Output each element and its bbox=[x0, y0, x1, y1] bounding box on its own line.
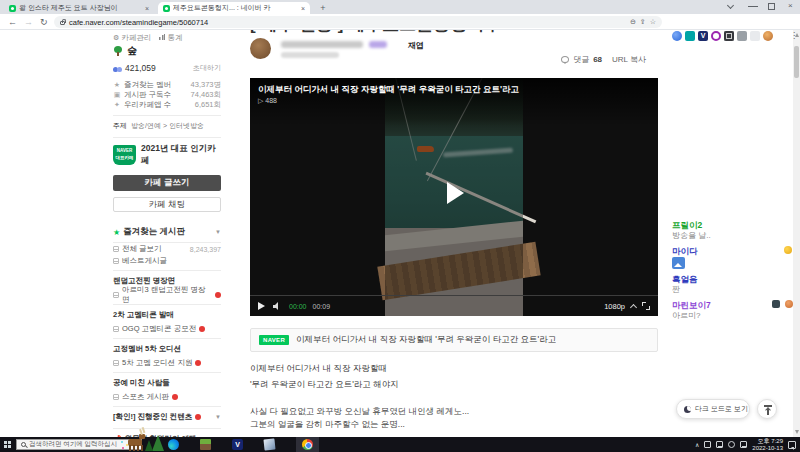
sidebar-item[interactable]: OGQ 고멤티콘 공모전 bbox=[113, 323, 221, 335]
browser-tabstrip: 왕 인스타 제주도 요트 사장님이 × 제주요트콘동형지... : 네이버 카 … bbox=[0, 0, 800, 14]
naver-logo-chip: NAVER bbox=[259, 335, 289, 345]
post-body: 이제부터 어디가서 내 직장 자랑할때 '무려 우왁굳이 타고간 요트'라고 해… bbox=[250, 360, 650, 431]
chat-nickname[interactable]: 흑얼음 bbox=[672, 274, 798, 284]
v-app-icon[interactable]: V bbox=[232, 439, 243, 450]
extension-icon[interactable] bbox=[685, 31, 695, 41]
author-name-blurred bbox=[281, 41, 363, 48]
page-url[interactable]: cafe.naver.com/steamindiegame/5060714 bbox=[69, 18, 626, 27]
url-copy-button[interactable]: URL 복사 bbox=[612, 54, 646, 65]
quality-chevron-icon[interactable] bbox=[630, 303, 637, 310]
sidebar-item[interactable]: 5차 고멤 오디션 지원 bbox=[113, 357, 221, 369]
cafe-profile[interactable]: 숲 bbox=[113, 44, 221, 58]
scrollbar-thumb[interactable] bbox=[794, 46, 799, 78]
scroll-to-top-button[interactable] bbox=[757, 399, 777, 419]
video-overlay-title: 이제부터 어디가서 내 직장 자랑할때 '무려 우왁굳이 타고간 요트'라고 bbox=[258, 84, 519, 96]
tray-icon[interactable] bbox=[728, 441, 735, 448]
play-button[interactable] bbox=[447, 182, 464, 204]
quality-selector[interactable]: 1080p bbox=[604, 302, 625, 311]
new-badge bbox=[195, 414, 201, 420]
board-icon bbox=[113, 394, 119, 400]
minecraft-icon[interactable] bbox=[200, 439, 211, 450]
app-icon: ✦ bbox=[113, 101, 121, 109]
stat-row: ★ 즐겨찾는 멤버 43,373명 bbox=[113, 80, 221, 90]
cafe-name: 숲 bbox=[127, 44, 137, 58]
naver-tv-link-box[interactable]: NAVER 이제부터 어디가서 내 직장 자랑할때 '무려 우왁굳이 타고간 요… bbox=[250, 328, 658, 352]
video-player[interactable]: 이제부터 어디가서 내 직장 자랑할때 '무려 우왁굳이 타고간 요트'라고 ▷… bbox=[250, 78, 658, 316]
extension-icon[interactable] bbox=[724, 31, 734, 41]
chat-nickname[interactable]: 프릴이2 bbox=[672, 220, 798, 230]
zoom-page-icon[interactable]: ⊖ bbox=[630, 18, 636, 26]
body-line: 이제부터 어디가서 내 직장 자랑할때 bbox=[250, 360, 650, 376]
extension-icon[interactable] bbox=[672, 31, 682, 41]
comment-count: 68 bbox=[593, 55, 602, 64]
extensions-puzzle-icon[interactable] bbox=[737, 31, 747, 41]
tab-title: 왕 인스타 제주도 요트 사장님이 bbox=[19, 3, 142, 13]
link-text[interactable]: 이제부터 어디가서 내 직장 자랑할때 '무려 우왁굳이 타고간 요트'라고 bbox=[296, 334, 556, 346]
extension-icon[interactable]: V bbox=[698, 31, 708, 41]
divider bbox=[113, 115, 221, 116]
tab-close-icon[interactable]: × bbox=[145, 5, 149, 12]
chrome-icon[interactable] bbox=[302, 439, 313, 450]
tray-icon[interactable] bbox=[704, 441, 711, 448]
cafe-manage-link[interactable]: ⚙ 카페관리 bbox=[113, 33, 151, 43]
scrollbar-down-arrow[interactable] bbox=[795, 430, 799, 434]
address-bar[interactable]: cafe.naver.com/steamindiegame/5060714 ⊖ … bbox=[54, 16, 662, 28]
comments-row: 댓글 68 URL 복사 bbox=[561, 54, 646, 65]
reload-button[interactable]: ↻ bbox=[40, 17, 48, 27]
chevron-down-icon[interactable]: ▼ bbox=[215, 414, 221, 420]
edge-icon[interactable] bbox=[168, 439, 179, 450]
sidebar-item[interactable]: 아르미3 랜덤고전찐 명장면 bbox=[113, 289, 221, 301]
tray-expand-icon[interactable]: ∧ bbox=[695, 441, 699, 448]
tray-icon[interactable] bbox=[740, 441, 747, 448]
stat-row: ✦ 우리카페앱 수 6,651회 bbox=[113, 100, 221, 110]
screenshot-root: { "browser": { "tabs": [ { "title": "왕 인… bbox=[0, 0, 800, 452]
author-avatar[interactable] bbox=[250, 38, 271, 59]
tab-close-icon[interactable]: × bbox=[301, 5, 305, 12]
sidebar-item-all-posts[interactable]: 전체 글보기8,243,397 bbox=[113, 243, 221, 255]
fullscreen-icon[interactable] bbox=[642, 302, 650, 310]
chat-nickname[interactable]: 마이다 bbox=[672, 246, 798, 256]
extension-icon[interactable] bbox=[750, 31, 760, 41]
cafe-chat-button[interactable]: 카페 채팅 bbox=[113, 197, 221, 212]
window-maximize-button[interactable] bbox=[768, 3, 775, 10]
keyboard-tray-icon[interactable] bbox=[716, 441, 723, 448]
extension-icon[interactable] bbox=[711, 31, 721, 41]
bookmark-star-icon[interactable]: ☆ bbox=[650, 18, 656, 26]
topic-row: 주제방송/연예 > 인터넷방송 bbox=[113, 121, 221, 131]
back-button[interactable]: ← bbox=[8, 17, 17, 27]
chat-image-attachment[interactable] bbox=[672, 257, 685, 269]
profile-avatar[interactable] bbox=[763, 31, 773, 41]
forward-button[interactable]: → bbox=[24, 17, 33, 27]
new-tab-button[interactable]: + bbox=[318, 3, 328, 13]
body-line: 사실 다 필요없고 와꾸방 오신날 휴무였던 내인생 레게노... bbox=[250, 405, 650, 418]
taskbar-apps: V bbox=[168, 437, 319, 452]
sidebar-section-contents[interactable]: [확인!] 진행중인 컨텐츠 ▼ bbox=[113, 406, 221, 425]
control-play-icon[interactable] bbox=[258, 302, 265, 310]
naver-cafe-favicon bbox=[9, 5, 16, 12]
start-button[interactable] bbox=[0, 437, 16, 452]
invite-link[interactable]: 초대하기 bbox=[193, 63, 221, 73]
sidebar-item-best-posts[interactable]: 베스트게시글 bbox=[113, 255, 221, 267]
board-icon bbox=[113, 246, 119, 252]
cafe-write-button[interactable]: 카페 글쓰기 bbox=[113, 175, 221, 191]
window-close-button[interactable]: × bbox=[788, 1, 793, 10]
document-app-icon[interactable] bbox=[263, 438, 275, 450]
browser-menu-icon[interactable]: ⋮ bbox=[790, 31, 798, 40]
dark-mode-toggle-button[interactable]: 다크 모드로 보기 bbox=[676, 399, 750, 419]
browser-tab-2-active[interactable]: 제주요트콘동형지... : 네이버 카 × bbox=[158, 2, 310, 14]
favorite-boards-header[interactable]: ★ 즐겨찾는 게시판 ▼ bbox=[113, 222, 221, 243]
pixel-deer-decoration bbox=[120, 424, 166, 451]
taskbar-clock[interactable]: 오후 7:29 2022-10-13 bbox=[752, 438, 783, 451]
notification-center-icon[interactable] bbox=[788, 441, 796, 449]
sidebar-item[interactable]: 스포츠 게시판 bbox=[113, 391, 221, 403]
window-minimize-button[interactable] bbox=[748, 2, 758, 7]
browser-tab-1[interactable]: 왕 인스타 제주도 요트 사장님이 × bbox=[4, 2, 154, 14]
tab-search-chevron-icon[interactable] bbox=[728, 2, 734, 8]
chrome-active-highlight[interactable] bbox=[296, 437, 319, 452]
volume-icon[interactable] bbox=[273, 302, 283, 310]
divider bbox=[113, 137, 221, 138]
page-scrollbar[interactable] bbox=[793, 30, 800, 437]
share-icon[interactable]: ⇪ bbox=[640, 18, 646, 26]
chevron-down-icon[interactable]: ▼ bbox=[215, 229, 221, 235]
cafe-stats-link[interactable]: 통계 bbox=[159, 33, 182, 43]
